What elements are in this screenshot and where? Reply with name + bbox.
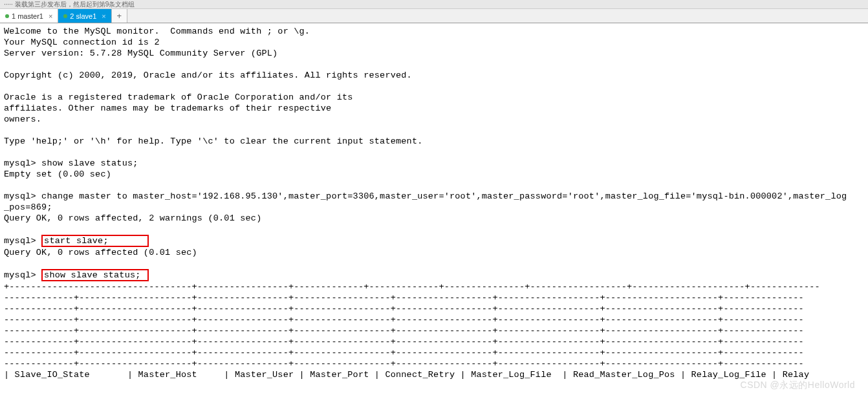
term-line: mysql> change master to master_host='192… [4, 191, 847, 201]
highlighted-command: start slave; [41, 235, 149, 247]
add-tab-button[interactable]: + [112, 9, 127, 23]
term-line: affiliates. Other names may be trademark… [4, 103, 331, 113]
term-prompt: mysql> [4, 270, 41, 280]
table-sep: -------------+---------------------+----… [4, 315, 804, 325]
term-line: Server version: 5.7.28 MySQL Community S… [4, 49, 277, 58]
term-line: Empty set (0.00 sec) [4, 169, 111, 179]
tab-master1[interactable]: 1 master1 × [0, 9, 58, 23]
table-sep: -------------+---------------------+----… [4, 337, 804, 347]
app-topbar: ····· 装载第三步发布后，然后起到第9条文档组 [0, 0, 868, 9]
term-prompt: mysql> [4, 236, 41, 246]
table-sep: -------------+---------------------+----… [4, 348, 804, 358]
close-icon[interactable]: × [49, 12, 52, 20]
term-line: Welcome to the MySQL monitor. Commands e… [4, 27, 310, 36]
table-sep: -------------+---------------------+----… [4, 304, 804, 314]
status-dot-icon [63, 14, 67, 18]
table-sep: -------------+---------------------+----… [4, 326, 804, 336]
term-line: _pos=869; [4, 202, 52, 212]
term-line: Your MySQL connection id is 2 [4, 38, 160, 47]
term-line: mysql> show slave status; [4, 158, 138, 168]
table-sep: -------------+---------------------+----… [4, 293, 804, 303]
term-line: owners. [4, 114, 41, 124]
term-line: Oracle is a registered trademark of Orac… [4, 92, 353, 102]
terminal-output[interactable]: Welcome to the MySQL monitor. Commands e… [0, 23, 868, 383]
tab-label: 2 slave1 [70, 12, 96, 20]
term-line: Type 'help;' or '\h' for help. Type '\c'… [4, 136, 423, 146]
table-sep: +----------------------------------+----… [4, 282, 820, 292]
tab-slave1[interactable]: 2 slave1 × [58, 9, 111, 23]
topbar-hint: ····· 装载第三步发布后，然后起到第9条文档组 [4, 0, 135, 9]
term-line: Query OK, 0 rows affected (0.01 sec) [4, 248, 197, 257]
tab-label: 1 master1 [12, 12, 43, 20]
term-line: Copyright (c) 2000, 2019, Oracle and/or … [4, 70, 412, 80]
status-dot-icon [5, 14, 9, 18]
term-line: Query OK, 0 rows affected, 2 warnings (0… [4, 213, 261, 223]
table-sep: -------------+---------------------+----… [4, 359, 804, 369]
table-header-row: | Slave_IO_State | Master_Host | Master_… [4, 370, 809, 380]
tab-bar: 1 master1 × 2 slave1 × + [0, 9, 868, 23]
highlighted-command: show slave status; [41, 269, 149, 281]
close-icon[interactable]: × [102, 12, 105, 20]
plus-icon: + [116, 11, 122, 21]
